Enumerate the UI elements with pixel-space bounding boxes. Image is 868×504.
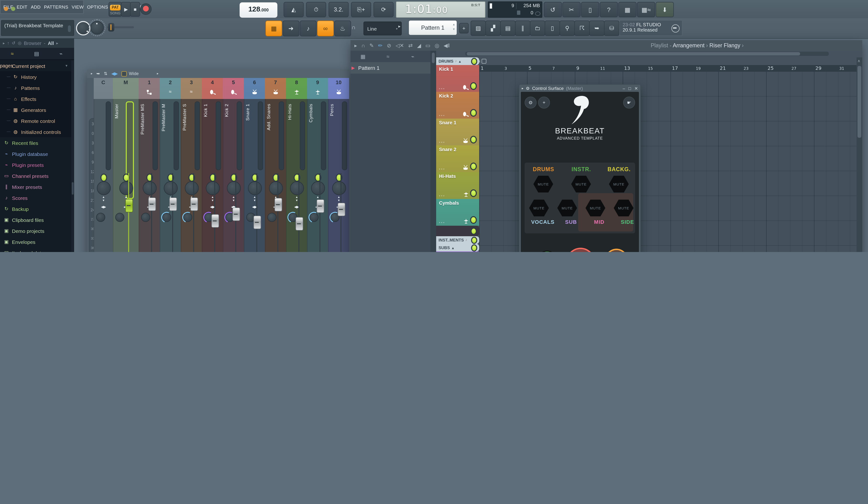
strip-fader[interactable] [193,173,194,252]
mixer-view-arrow-icon[interactable]: ▸ [157,72,158,75]
project-info-button[interactable]: ▯ [545,21,560,36]
playlist-track-snare-1[interactable]: Snare 1• • • [436,119,479,145]
mixer-strip-hi-hats[interactable]: 8Hi-Hats▲▼◀▶⌁▲ [286,78,307,252]
fader-handle[interactable] [211,214,219,228]
playlist-group-drums[interactable]: DRUMS♪▲ [436,58,479,65]
cs-knob-post-vol-[interactable] [568,249,593,252]
track-led[interactable] [471,228,477,235]
strip-eq-knob[interactable] [115,213,124,222]
browser-item-mixer-presets[interactable]: ∥Mixer presets [0,181,71,192]
track-options-dots[interactable]: • • • [439,114,445,117]
strip-stereo-knob[interactable] [227,181,240,195]
mixer-strip-premaster-s[interactable]: 3≈PreMaster S▲▼◀▶⌁▲ [181,78,202,252]
browser-item-generators[interactable]: ▦Generators [0,104,71,115]
metronome-button[interactable]: ◭ [283,2,304,17]
menu-chevron-icon[interactable]: ▸ [354,42,357,49]
playlist-track-kick-1[interactable]: Kick 1• • • [436,65,479,92]
magnet-icon[interactable]: ∩ [361,43,365,48]
cs-wrench-button[interactable]: ⚙ [525,96,537,109]
mixer-strip-kick-2[interactable]: 5Kick 2▲▼◀▶⌁▲ [223,78,244,252]
browser-item-patterns[interactable]: ♪Patterns [0,82,71,93]
strip-updown-icon[interactable]: ▲▼ [338,196,340,202]
browser-item-channel-presets[interactable]: ▭Channel presets [0,170,71,181]
fader-handle[interactable] [169,197,177,211]
strip-stereo-knob[interactable] [248,181,261,195]
strip-stereo-knob[interactable] [206,181,219,195]
strip-eq-knob[interactable] [267,213,277,222]
browser-item-plugin-presets[interactable]: ⌁Plugin presets [0,159,71,170]
strip-eq-knob[interactable] [162,213,171,222]
fader-handle[interactable] [317,200,324,213]
group-collapse-icon[interactable]: ▲ [451,246,455,249]
mixer-strip-add-snares[interactable]: 7Add. Snares▲▼◀▶⌁▲ [265,78,286,252]
strip-fader[interactable] [256,173,257,252]
strip-pan-icon[interactable]: ◀▶ [101,205,106,209]
track-options-dots[interactable]: • • • [439,167,445,171]
mixer-detached-icon[interactable]: ◀▶ [111,71,118,76]
master-volume-slider[interactable] [107,26,134,28]
fader-handle[interactable] [190,197,198,211]
mixer-route-icon[interactable]: ➥ [96,71,100,76]
cs-channel-mute-button[interactable]: MUTE [528,199,549,217]
strip-eq-knob[interactable] [141,213,150,222]
stop-button[interactable]: ■ [130,2,140,17]
window-dot-green[interactable] [11,7,15,11]
browser-header[interactable]: ▸↑↺◎ Browser -All ▸ [0,38,74,48]
mixer-strip-cymbals[interactable]: 9Cymbals▲▼◀▶⌁▲ [307,78,328,252]
record-button[interactable] [140,3,152,15]
wait-for-input-button[interactable]: ⏱ [306,2,326,17]
group-led[interactable] [471,244,477,251]
mixer-strip-kick-1[interactable]: 4Kick 1▲▼◀▶⌁▲ [202,78,223,252]
zoom-tool-icon[interactable]: ◎ [435,42,439,49]
browser-scrollbar[interactable] [71,60,74,252]
cs-minimize-button[interactable]: – [623,86,625,91]
record-audio-button[interactable]: ▯ [581,2,599,17]
pat-song-toggle[interactable]: PAT SONG [108,2,122,17]
pat-mode-badge[interactable]: PAT [110,4,121,10]
track-options-dots[interactable]: • • • [439,221,445,224]
slip-tool-icon[interactable]: ⇄ [409,42,413,49]
main-pitch-knob[interactable] [76,21,90,35]
pattern-prev-icon[interactable]: ▸ [399,24,401,29]
track-led[interactable] [470,216,477,224]
browser-item-plugin-database[interactable]: ⌁Plugin database [0,148,71,159]
time-display[interactable]: 1:01:00 B:S:T [396,1,485,18]
strip-stereo-knob[interactable] [143,181,156,195]
browser-item-demo-projects[interactable]: ▣Demo projects [0,225,71,236]
playback-tool-icon[interactable]: ◀‖ [444,42,450,49]
browser-item-current-project[interactable]: pagesCurrent project▾ [0,60,71,71]
strip-stereo-knob[interactable] [290,181,304,195]
playlist-group-inst-ments[interactable]: INST..MENTS♪ [436,236,479,244]
mixer-strip-master[interactable]: MMaster▲▼◀▶⌁▲⬇ [113,78,139,252]
mute-tool-icon[interactable]: ◁✕ [395,42,404,49]
menu-view[interactable]: VIEW [72,4,84,10]
mixer-strip-percs[interactable]: 10Percs▲▼◀▶⌁▲ [328,78,349,252]
strip-stereo-knob[interactable] [332,181,346,195]
news-panel[interactable]: 23-02 FL STUDIO 20.9.1 Released [619,20,682,36]
mixer-sort-icon[interactable]: ⇅ [104,71,107,76]
track-led[interactable] [470,109,477,117]
mixer-strip-snare-1[interactable]: 6Snare 1▲▼◀▶⌁▲ [244,78,265,252]
playlist-track-snare-2[interactable]: Snare 2• • • [436,145,479,172]
track-options-dots[interactable]: • • • [439,141,445,144]
strip-stereo-knob[interactable] [119,181,133,195]
playlist-ruler[interactable]: 135791113151719212325272931 [479,65,857,72]
strip-stereo-knob[interactable] [311,181,325,195]
plugins-tab[interactable]: ⌁ [49,51,73,56]
strip-fader[interactable] [298,173,299,252]
menu-patterns[interactable]: PATTERNS [44,4,69,10]
strip-eq-knob[interactable] [309,213,319,222]
strip-updown-icon[interactable]: ▲▼ [211,196,214,202]
select-tool-icon[interactable]: ▭ [425,42,431,49]
fader-handle[interactable] [254,216,261,229]
strip-fader[interactable] [214,173,215,252]
cs-knob-st-sep[interactable] [538,251,556,252]
fader-handle[interactable] [125,199,133,212]
strip-stereo-knob[interactable] [185,181,198,195]
browser-item-backup[interactable]: ↻Backup [0,203,71,214]
fader-handle[interactable] [148,197,156,211]
cs-channel-mute-button[interactable]: MUTE [557,199,578,217]
master-pitch-knob[interactable] [90,21,104,34]
delete-tool-icon[interactable]: ⊘ [387,42,391,49]
pattern-selector[interactable]: Pattern 1 ▲▼ [409,21,457,35]
